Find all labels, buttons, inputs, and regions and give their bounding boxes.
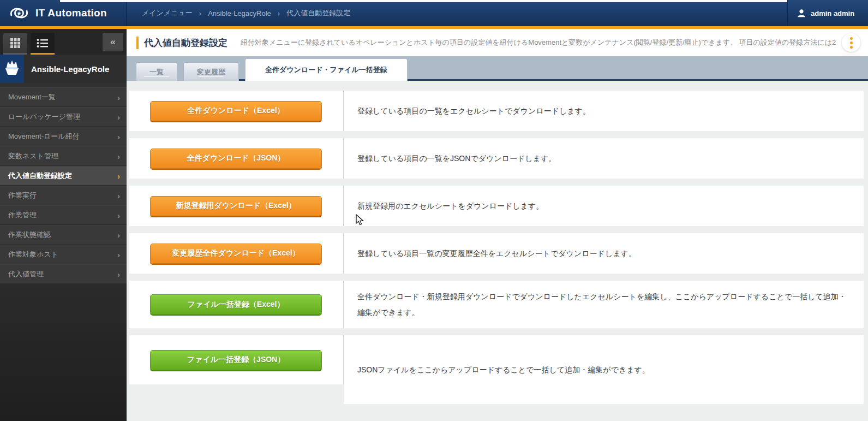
action-row-history-download: 変更履歴全件ダウンロード（Excel） 登録している項目一覧の変更履歴全件をエク… xyxy=(129,233,864,274)
chevron-right-icon: › xyxy=(117,270,120,279)
chevron-right-icon: › xyxy=(117,93,120,102)
chevron-right-icon: › xyxy=(117,250,120,259)
tab-label: 変更履歴 xyxy=(197,67,225,77)
sidebar-collapse-button[interactable]: « xyxy=(103,33,123,51)
row-description: 全件ダウンロード・新規登録用ダウンロードでダウンロードしたエクセルシートを編集し… xyxy=(344,281,864,328)
tab-label: 全件ダウンロード・ファイル一括登録 xyxy=(265,65,387,75)
sidebar-item-variable-nest[interactable]: 変数ネスト管理 › xyxy=(0,146,127,166)
page-header: 代入値自動登録設定 紐付対象メニューに登録されているオペレーションとホスト毎の項… xyxy=(127,29,868,56)
button-cell: 全件ダウンロード（Excel） xyxy=(129,91,344,131)
file-bulk-registration-excel-button[interactable]: ファイル一括登録（Excel） xyxy=(150,294,322,315)
sidebar-item-movement-role-link[interactable]: Movement-ロール紐付 › xyxy=(0,127,127,146)
list-icon xyxy=(37,38,49,48)
ansible-legacyrole-icon xyxy=(0,55,24,83)
breadcrumb-item-current-page: 代入値自動登録設定 xyxy=(286,8,350,18)
kebab-dot xyxy=(850,41,853,44)
row-description: 登録している項目一覧の変更履歴全件をエクセルシートでダウンロードします。 xyxy=(344,233,864,274)
button-cell: ファイル一括登録（JSON） xyxy=(129,335,344,384)
breadcrumb-item-ansible-legacyrole[interactable]: Ansible-LegacyRole xyxy=(208,9,271,17)
chevron-right-icon: › xyxy=(117,152,120,161)
history-all-download-button[interactable]: 変更履歴全件ダウンロード（Excel） xyxy=(150,244,322,264)
chevron-right-icon: › xyxy=(117,191,120,200)
chevron-right-icon: › xyxy=(117,211,120,220)
main-area: 代入値自動登録設定 紐付対象メニューに登録されているオペレーションとホスト毎の項… xyxy=(127,29,868,421)
tab-list[interactable]: 一覧 xyxy=(136,62,177,81)
svg-text:★: ★ xyxy=(16,10,21,16)
top-bar: ★ IT Automation メインメニュー › Ansible-Legacy… xyxy=(0,0,868,26)
tab-bar: 一覧 変更履歴 全件ダウンロード・ファイル一括登録 xyxy=(127,56,868,81)
sidebar-header: « xyxy=(0,29,127,55)
sidebar-item-label: 作業実行 xyxy=(8,191,37,200)
row-description: 新規登録用のエクセルシートをダウンロードします。 xyxy=(344,186,864,226)
user-icon xyxy=(797,8,806,18)
page-title: 代入値自動登録設定 xyxy=(136,37,228,49)
workspace-name: Ansible-LegacyRole xyxy=(24,64,109,74)
sidebar-item-movement-list[interactable]: Movement一覧 › xyxy=(0,87,127,107)
all-download-excel-button[interactable]: 全件ダウンロード（Excel） xyxy=(150,101,322,121)
app-logo: ★ IT Automation xyxy=(0,0,127,26)
tab-bulk-download-upload[interactable]: 全件ダウンロード・ファイル一括登録 xyxy=(245,58,408,81)
it-automation-logo-icon: ★ xyxy=(8,4,31,22)
sidebar-item-label: 変数ネスト管理 xyxy=(8,151,58,161)
browser-top-strip xyxy=(60,0,787,2)
page-description: 紐付対象メニューに登録されているオペレーションとホスト毎の項目の設定値を紐付ける… xyxy=(241,38,836,48)
sidebar-item-label: Movement一覧 xyxy=(8,92,56,102)
kebab-menu-button[interactable] xyxy=(842,33,860,52)
grid-icon xyxy=(10,38,21,49)
new-registration-download-button[interactable]: 新規登録用ダウンロード（Excel） xyxy=(150,196,322,216)
sidebar-item-target-host[interactable]: 作業対象ホスト › xyxy=(0,245,127,264)
sidebar-menu: Movement一覧 › ロールパッケージ管理 › Movement-ロール紐付… xyxy=(0,87,127,284)
tab-label: 一覧 xyxy=(149,67,164,77)
file-bulk-registration-json-button[interactable]: ファイル一括登録（JSON） xyxy=(150,350,322,370)
row-description: JSONファイルをここからアップロードすることで一括して追加・編集ができます。 xyxy=(344,335,864,404)
breadcrumb-separator: › xyxy=(199,9,201,17)
kebab-dot xyxy=(850,46,853,49)
tab-change-history[interactable]: 変更履歴 xyxy=(183,62,239,81)
button-cell: 変更履歴全件ダウンロード（Excel） xyxy=(129,233,344,274)
sidebar-item-label: ロールパッケージ管理 xyxy=(8,112,80,122)
breadcrumb-item-main-menu[interactable]: メインメニュー xyxy=(142,8,193,18)
workspace-block: Ansible-LegacyRole xyxy=(0,55,127,83)
chevron-right-icon: › xyxy=(117,112,120,122)
sidebar-item-task-management[interactable]: 作業管理 › xyxy=(0,205,127,225)
sidebar-item-label: Movement-ロール紐付 xyxy=(8,132,80,141)
sidebar-item-label: 作業状態確認 xyxy=(8,230,51,240)
button-cell: ファイル一括登録（Excel） xyxy=(129,281,344,328)
sidebar-item-label: 作業対象ホスト xyxy=(8,250,58,259)
row-description: 登録している項目の一覧をエクセルシートでダウンロードします。 xyxy=(344,91,864,131)
sidebar-item-label: 作業管理 xyxy=(8,210,37,220)
kebab-dot xyxy=(850,37,853,40)
sidebar-item-execution[interactable]: 作業実行 › xyxy=(0,186,127,205)
sidebar-tab-grid-view[interactable] xyxy=(3,33,27,55)
chevron-right-icon: › xyxy=(117,171,120,181)
sidebar-item-label: 代入値自動登録設定 xyxy=(8,171,72,181)
sidebar-item-substitution-auto-registration[interactable]: 代入値自動登録設定 › xyxy=(0,166,127,186)
action-row-file-upload-json: ファイル一括登録（JSON） JSONファイルをここからアップロードすることで一… xyxy=(129,335,864,404)
user-menu[interactable]: admin admin xyxy=(787,0,868,26)
chevron-right-icon: › xyxy=(117,230,120,240)
action-row-file-upload-excel: ファイル一括登録（Excel） 全件ダウンロード・新規登録用ダウンロードでダウン… xyxy=(129,281,864,328)
button-cell: 全件ダウンロード（JSON） xyxy=(129,138,344,179)
row-description: 登録している項目の一覧をJSONでダウンロードします。 xyxy=(344,138,864,179)
all-download-json-button[interactable]: 全件ダウンロード（JSON） xyxy=(150,149,322,169)
app-title: IT Automation xyxy=(35,7,107,19)
chevron-right-icon: › xyxy=(117,132,120,141)
breadcrumb: メインメニュー › Ansible-LegacyRole › 代入値自動登録設定 xyxy=(127,0,787,26)
sidebar-item-substitution-value-management[interactable]: 代入値管理 › xyxy=(0,264,127,284)
breadcrumb-separator: › xyxy=(278,9,280,17)
mouse-cursor xyxy=(356,214,364,226)
sidebar-item-label: 代入値管理 xyxy=(8,269,44,279)
action-row-new-registration-download: 新規登録用ダウンロード（Excel） 新規登録用のエクセルシートをダウンロードし… xyxy=(129,186,864,226)
button-cell: 新規登録用ダウンロード（Excel） xyxy=(129,186,344,226)
sidebar: « Ansible-LegacyRole Movement一覧 › xyxy=(0,29,127,421)
sidebar-item-role-package[interactable]: ロールパッケージ管理 › xyxy=(0,107,127,127)
action-row-all-download-excel: 全件ダウンロード（Excel） 登録している項目の一覧をエクセルシートでダウンロ… xyxy=(129,91,864,131)
sidebar-tab-list-view[interactable] xyxy=(31,33,55,55)
action-row-all-download-json: 全件ダウンロード（JSON） 登録している項目の一覧をJSONでダウンロードしま… xyxy=(129,138,864,179)
user-name: admin admin xyxy=(811,9,854,17)
sidebar-item-task-status-check[interactable]: 作業状態確認 › xyxy=(0,225,127,245)
collapse-chevrons-icon: « xyxy=(110,37,115,48)
tab-content: 全件ダウンロード（Excel） 登録している項目の一覧をエクセルシートでダウンロ… xyxy=(127,81,868,421)
